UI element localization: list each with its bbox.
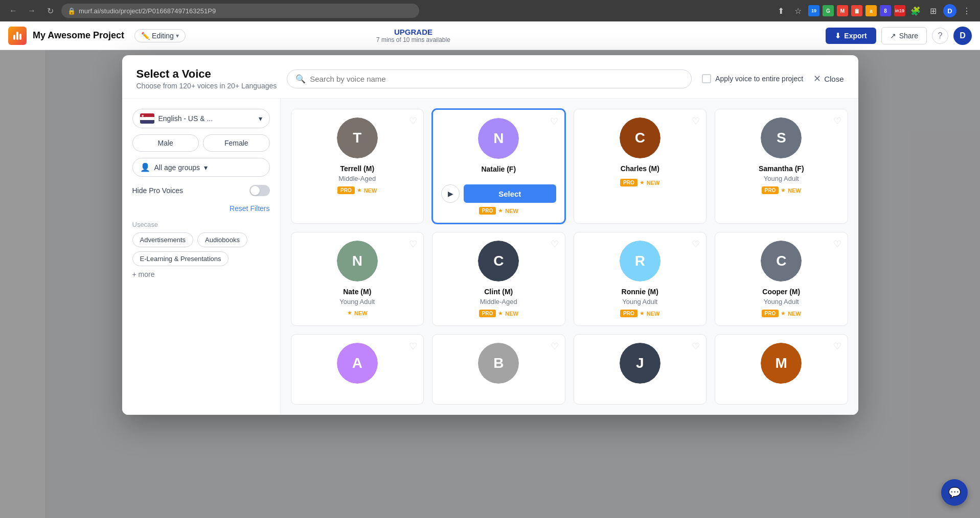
heart-ronnie[interactable]: ♡ xyxy=(692,239,700,250)
heart-clint[interactable]: ♡ xyxy=(551,239,559,250)
project-name: My Awesome Project xyxy=(33,30,124,41)
male-filter-button[interactable]: Male xyxy=(132,134,199,152)
forward-button[interactable]: → xyxy=(25,4,39,18)
voice-name-charles: Charles (M) xyxy=(621,164,659,173)
heart-natalie[interactable]: ♡ xyxy=(550,116,558,127)
hide-pro-toggle[interactable] xyxy=(249,185,270,196)
hide-pro-label: Hide Pro Voices xyxy=(132,186,184,195)
voice-avatar-cooper: C xyxy=(761,241,802,281)
modal-search-container[interactable]: 🔍 xyxy=(287,69,692,88)
user-avatar-button[interactable]: D xyxy=(953,27,972,45)
heart-samantha[interactable]: ♡ xyxy=(833,115,841,127)
voice-age-clint: Middle-Aged xyxy=(480,298,517,305)
select-natalie-button[interactable]: Select xyxy=(464,184,556,203)
heart-row3-3[interactable]: ♡ xyxy=(692,341,700,352)
toggle-thumb xyxy=(250,186,260,195)
star-icon: ★ xyxy=(357,187,362,194)
ext-notification: 19 xyxy=(808,5,819,16)
female-filter-button[interactable]: Female xyxy=(203,134,270,152)
pro-badge: PRO xyxy=(337,186,355,194)
heart-row3-1[interactable]: ♡ xyxy=(409,341,417,352)
modal-subtitle: Choose from 120+ voices in 20+ Languages xyxy=(136,82,277,90)
voice-card-natalie[interactable]: ♡ N Natalie (F) ▶ Select PRO ★ xyxy=(432,109,565,224)
chrome-menu-icon[interactable]: ⋮ xyxy=(960,4,974,18)
play-natalie-button[interactable]: ▶ xyxy=(441,184,460,203)
search-icon: 🔍 xyxy=(295,74,306,84)
language-dropdown[interactable]: English - US & ... ▾ xyxy=(132,109,270,128)
back-button[interactable]: ← xyxy=(6,4,20,18)
modal-header: Select a Voice Choose from 120+ voices i… xyxy=(122,55,858,99)
voice-tags-charles: PRO ★ NEW xyxy=(620,179,659,186)
apply-voice-checkbox[interactable] xyxy=(702,74,711,83)
heart-terrell[interactable]: ♡ xyxy=(409,115,417,127)
voice-avatar-natalie: N xyxy=(478,118,519,159)
mins-available: 7 mins of 10 mins available xyxy=(376,36,450,43)
pencil-icon: ✏️ xyxy=(141,32,150,40)
voice-card-row3-3[interactable]: ♡ J xyxy=(574,334,707,405)
close-button[interactable]: ✕ Close xyxy=(813,73,844,84)
chat-button[interactable]: 💬 xyxy=(941,479,968,506)
heart-row3-4[interactable]: ♡ xyxy=(833,341,841,352)
usecase-tag-audiobooks[interactable]: Audiobooks xyxy=(197,232,247,247)
language-label: English - US & ... xyxy=(158,114,255,123)
language-chevron-icon: ▾ xyxy=(259,114,262,123)
upgrade-button[interactable]: UPGRADE xyxy=(394,28,432,36)
age-dropdown[interactable]: 👤 All age groups ▾ xyxy=(132,158,270,177)
heart-nate[interactable]: ♡ xyxy=(409,239,417,250)
close-label: Close xyxy=(824,75,844,83)
pro-badge: PRO xyxy=(479,207,496,215)
ext-insta: in19 xyxy=(894,5,905,16)
modal-body: English - US & ... ▾ Male Female 👤 All a… xyxy=(122,99,858,415)
pro-badge: PRO xyxy=(620,310,637,317)
upgrade-section: UPGRADE 7 mins of 10 mins available xyxy=(376,28,450,43)
export-button[interactable]: ⬇ Export xyxy=(826,28,876,44)
voice-avatar-row3-2: B xyxy=(478,343,519,384)
voice-card-row3-4[interactable]: ♡ M xyxy=(715,334,848,405)
voice-card-terrell[interactable]: ♡ T Terrell (M) Middle-Aged PRO ★ NEW xyxy=(291,109,424,224)
voice-card-nate[interactable]: ♡ N Nate (M) Young Adult ★ NEW xyxy=(291,232,424,326)
voice-card-row3-2[interactable]: ♡ B xyxy=(432,334,565,405)
new-badge: NEW xyxy=(505,208,518,214)
url-bar[interactable]: 🔒 murf.ai/studio/project/2/P016687497163… xyxy=(61,4,419,18)
modal-title: Select a Voice xyxy=(136,67,277,81)
voice-avatar-samantha: S xyxy=(761,117,802,158)
heart-cooper[interactable]: ♡ xyxy=(833,239,841,250)
reset-filters-link[interactable]: Reset Filters xyxy=(132,204,270,213)
hide-pro-row: Hide Pro Voices xyxy=(132,185,270,196)
usecase-tag-advertisements[interactable]: Advertisements xyxy=(132,232,194,247)
more-usecase-link[interactable]: + more xyxy=(132,270,270,278)
share-button[interactable]: ↗ Share xyxy=(881,27,927,44)
voice-card-row3-1[interactable]: ♡ A xyxy=(291,334,424,405)
download-icon: ⬇ xyxy=(835,32,841,40)
voice-name-natalie: Natalie (F) xyxy=(481,165,516,173)
voice-avatar-terrell: T xyxy=(337,117,378,158)
heart-row3-2[interactable]: ♡ xyxy=(551,341,559,352)
voice-card-ronnie[interactable]: ♡ R Ronnie (M) Young Adult PRO ★ NEW xyxy=(574,232,707,326)
help-button[interactable]: ? xyxy=(932,28,948,44)
search-input[interactable] xyxy=(310,75,683,83)
chat-icon: 💬 xyxy=(948,486,961,499)
voice-card-samantha[interactable]: ♡ S Samantha (F) Young Adult PRO ★ NEW xyxy=(715,109,848,224)
sidebar-toggle-icon[interactable]: ⊞ xyxy=(926,4,940,18)
voice-card-cooper[interactable]: ♡ C Cooper (M) Young Adult PRO ★ NEW xyxy=(715,232,848,326)
extensions-icon[interactable]: 🧩 xyxy=(908,4,923,18)
browser-chrome: ← → ↻ 🔒 murf.ai/studio/project/2/P016687… xyxy=(0,0,980,21)
close-x-icon: ✕ xyxy=(813,73,821,84)
voice-card-clint[interactable]: ♡ C Clint (M) Middle-Aged PRO ★ NEW xyxy=(432,232,565,326)
share-icon: ↗ xyxy=(890,32,896,40)
reload-button[interactable]: ↻ xyxy=(43,4,57,18)
gender-filter: Male Female xyxy=(132,134,270,152)
voice-age-ronnie: Young Adult xyxy=(622,298,657,305)
modal-overlay: Select a Voice Choose from 120+ voices i… xyxy=(0,50,980,518)
heart-charles[interactable]: ♡ xyxy=(692,115,700,127)
editing-badge[interactable]: ✏️ Editing ▾ xyxy=(134,29,186,42)
ext-orange: a xyxy=(865,5,877,16)
voice-avatar-row3-3: J xyxy=(620,343,660,384)
usecase-tag-elearning[interactable]: E-Learning & Presentations xyxy=(132,251,229,266)
age-chevron-icon: ▾ xyxy=(204,163,208,172)
bookmark-icon[interactable]: ☆ xyxy=(791,4,805,18)
star-icon: ★ xyxy=(498,310,503,317)
voice-card-charles[interactable]: ♡ C Charles (M) PRO ★ NEW xyxy=(574,109,707,224)
share-page-icon[interactable]: ⬆ xyxy=(773,4,788,18)
voice-avatar-ronnie: R xyxy=(620,241,660,281)
